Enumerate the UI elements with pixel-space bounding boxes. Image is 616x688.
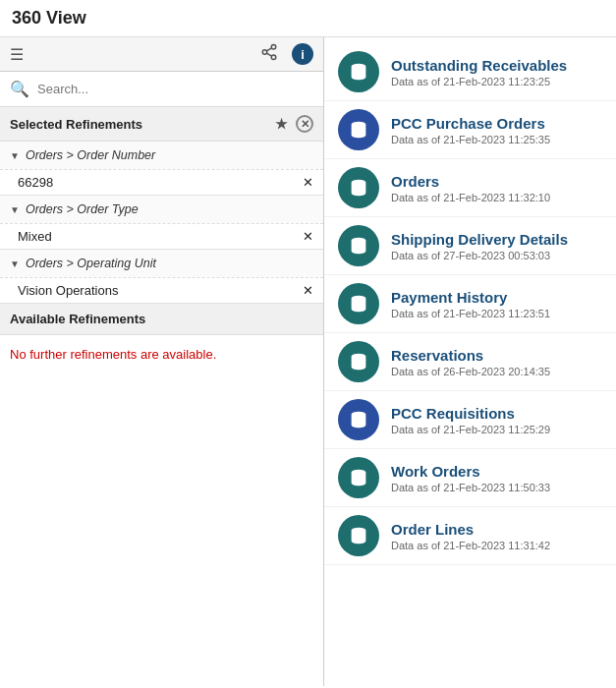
data-text: Outstanding Receivables Data as of 21-Fe… (391, 57, 602, 87)
data-item-title: Work Orders (391, 463, 602, 480)
refinement-path-order-number[interactable]: ▼ Orders > Order Number (0, 142, 323, 169)
data-text: Orders Data as of 21-Feb-2023 11:32:10 (391, 173, 602, 203)
list-item[interactable]: Payment History Data as of 21-Feb-2023 1… (324, 275, 616, 333)
chevron-down-icon: ▼ (10, 258, 20, 269)
data-text: Work Orders Data as of 21-Feb-2023 11:50… (391, 463, 602, 493)
available-refinements-header: Available Refinements (0, 304, 323, 335)
toolbar-right-icons: i (260, 43, 313, 65)
data-item-title: Payment History (391, 289, 602, 306)
selected-refinements-label: Selected Refinements (10, 117, 142, 132)
refinement-group-order-number: ▼ Orders > Order Number 66298 ✕ (0, 142, 323, 196)
toolbar-left-icons: ☰ (10, 45, 24, 64)
clear-refinements-icon[interactable]: ✕ (296, 115, 313, 133)
db-icon (338, 457, 379, 498)
search-bar: 🔍 (0, 72, 323, 107)
page-title: 360 View (0, 0, 616, 37)
selected-refinements-header: Selected Refinements ★ ✕ (0, 107, 323, 142)
data-text: Order Lines Data as of 21-Feb-2023 11:31… (391, 521, 602, 551)
chevron-down-icon: ▼ (10, 150, 20, 161)
share-icon[interactable] (260, 43, 278, 65)
hamburger-icon[interactable]: ☰ (10, 45, 24, 64)
left-toolbar: ☰ i (0, 37, 323, 72)
data-text: Shipping Delivery Details Data as of 27-… (391, 231, 602, 261)
data-item-title: PCC Requisitions (391, 405, 602, 422)
data-item-subtitle: Data as of 21-Feb-2023 11:25:35 (391, 134, 602, 145)
data-text: Reservations Data as of 26-Feb-2023 20:1… (391, 347, 602, 377)
svg-line-4 (266, 48, 271, 51)
data-item-title: PCC Purchase Orders (391, 115, 602, 132)
list-item[interactable]: PCC Requisitions Data as of 21-Feb-2023 … (324, 391, 616, 449)
info-icon[interactable]: i (292, 43, 313, 65)
data-item-subtitle: Data as of 21-Feb-2023 11:50:33 (391, 482, 602, 493)
data-item-subtitle: Data as of 21-Feb-2023 11:23:25 (391, 76, 602, 87)
data-item-title: Outstanding Receivables (391, 57, 602, 74)
db-icon (338, 51, 379, 92)
db-icon (338, 283, 379, 324)
refinement-value-operating-unit: Vision Operations ✕ (0, 277, 323, 303)
remove-order-number-icon[interactable]: ✕ (303, 175, 313, 190)
db-icon (338, 225, 379, 266)
list-item[interactable]: Shipping Delivery Details Data as of 27-… (324, 217, 616, 275)
refinement-value-order-number: 66298 ✕ (0, 169, 323, 195)
data-item-title: Orders (391, 173, 602, 190)
data-text: PCC Requisitions Data as of 21-Feb-2023 … (391, 405, 602, 435)
data-item-subtitle: Data as of 21-Feb-2023 11:25:29 (391, 424, 602, 435)
left-panel: ☰ i 🔍 Selected Refinements (0, 37, 324, 686)
available-refinements-label: Available Refinements (10, 312, 145, 326)
search-input[interactable] (37, 82, 313, 96)
db-icon (338, 341, 379, 382)
svg-point-0 (271, 45, 276, 50)
list-item[interactable]: Order Lines Data as of 21-Feb-2023 11:31… (324, 507, 616, 565)
data-item-title: Reservations (391, 347, 602, 364)
svg-point-2 (271, 55, 276, 60)
svg-line-3 (266, 53, 271, 56)
bookmark-icon[interactable]: ★ (275, 116, 288, 132)
db-icon (338, 109, 379, 150)
data-item-subtitle: Data as of 21-Feb-2023 11:31:42 (391, 540, 602, 551)
refinement-path-order-type[interactable]: ▼ Orders > Order Type (0, 196, 323, 223)
data-item-title: Shipping Delivery Details (391, 231, 602, 248)
data-item-title: Order Lines (391, 521, 602, 538)
data-text: PCC Purchase Orders Data as of 21-Feb-20… (391, 115, 602, 145)
list-item[interactable]: Orders Data as of 21-Feb-2023 11:32:10 (324, 159, 616, 217)
list-item[interactable]: Work Orders Data as of 21-Feb-2023 11:50… (324, 449, 616, 507)
list-item[interactable]: Outstanding Receivables Data as of 21-Fe… (324, 43, 616, 101)
search-icon: 🔍 (10, 80, 29, 98)
svg-point-1 (262, 50, 267, 55)
remove-order-type-icon[interactable]: ✕ (303, 229, 313, 244)
chevron-down-icon: ▼ (10, 204, 20, 215)
refinement-path-operating-unit[interactable]: ▼ Orders > Operating Unit (0, 250, 323, 277)
data-item-subtitle: Data as of 21-Feb-2023 11:23:51 (391, 308, 602, 319)
data-item-subtitle: Data as of 26-Feb-2023 20:14:35 (391, 366, 602, 377)
right-panel: Outstanding Receivables Data as of 21-Fe… (324, 37, 616, 686)
data-item-subtitle: Data as of 21-Feb-2023 11:32:10 (391, 192, 602, 203)
refinement-value-order-type: Mixed ✕ (0, 223, 323, 249)
db-icon (338, 515, 379, 556)
no-refinements-message: No further refinements are available. (0, 335, 323, 373)
db-icon (338, 399, 379, 440)
data-text: Payment History Data as of 21-Feb-2023 1… (391, 289, 602, 319)
list-item[interactable]: PCC Purchase Orders Data as of 21-Feb-20… (324, 101, 616, 159)
data-item-subtitle: Data as of 27-Feb-2023 00:53:03 (391, 250, 602, 261)
refinement-group-order-type: ▼ Orders > Order Type Mixed ✕ (0, 196, 323, 250)
db-icon (338, 167, 379, 208)
refinement-group-operating-unit: ▼ Orders > Operating Unit Vision Operati… (0, 250, 323, 304)
remove-operating-unit-icon[interactable]: ✕ (303, 283, 313, 298)
list-item[interactable]: Reservations Data as of 26-Feb-2023 20:1… (324, 333, 616, 391)
